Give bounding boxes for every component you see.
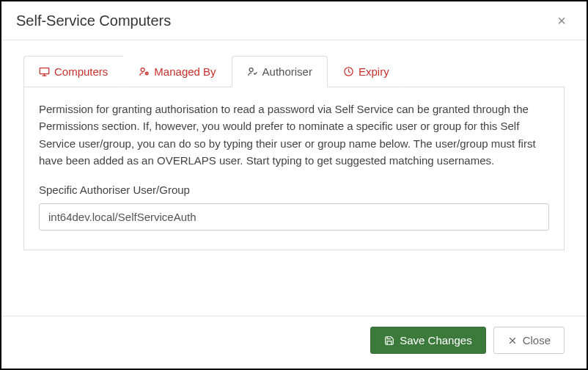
svg-point-5 [249, 68, 253, 72]
save-button[interactable]: Save Changes [370, 327, 485, 354]
dialog-footer: Save Changes Close [1, 316, 587, 369]
user-check-icon [247, 66, 258, 77]
tab-label: Computers [54, 65, 108, 78]
tab-expiry[interactable]: Expiry [328, 56, 405, 87]
save-icon [384, 335, 394, 346]
close-button-label: Close [523, 334, 551, 347]
authoriser-panel: Permission for granting authorisation to… [23, 87, 565, 250]
close-icon[interactable]: × [551, 10, 572, 31]
dialog-title: Self-Service Computers [16, 12, 171, 29]
authoriser-field-label: Specific Authoriser User/Group [39, 184, 549, 196]
monitor-icon [39, 66, 50, 77]
tab-label: Authoriser [262, 65, 312, 78]
user-gear-icon [139, 66, 150, 77]
save-button-label: Save Changes [400, 334, 471, 347]
dialog-header: Self-Service Computers × [1, 1, 587, 40]
svg-rect-0 [40, 68, 49, 74]
dialog-body: Computers Managed By Auth [1, 40, 587, 316]
tab-label: Managed By [154, 65, 216, 78]
tab-label: Expiry [359, 65, 389, 78]
tab-authoriser[interactable]: Authoriser [232, 56, 328, 87]
svg-point-3 [141, 68, 144, 72]
close-icon-small [507, 335, 518, 346]
tab-managed-by[interactable]: Managed By [123, 56, 231, 87]
clock-icon [343, 66, 354, 77]
authoriser-input[interactable] [39, 203, 549, 231]
tab-bar: Computers Managed By Auth [23, 55, 565, 87]
authoriser-description: Permission for granting authorisation to… [39, 101, 549, 169]
close-button[interactable]: Close [493, 327, 565, 354]
tab-computers[interactable]: Computers [23, 56, 123, 87]
